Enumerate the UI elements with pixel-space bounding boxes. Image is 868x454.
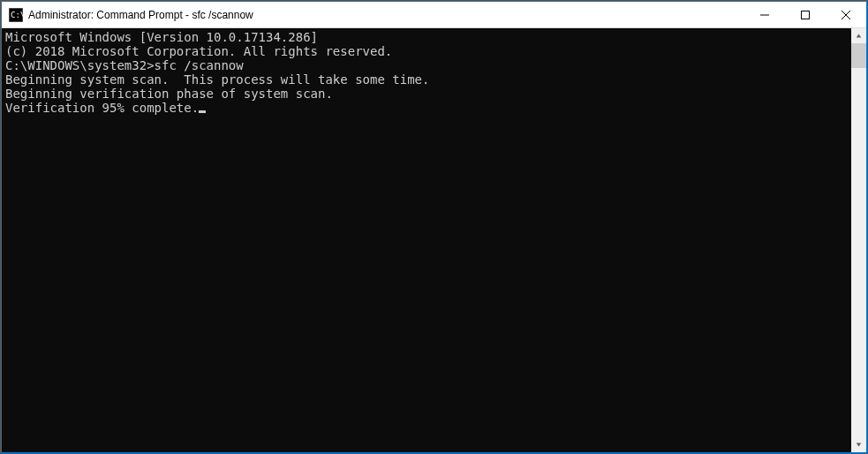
window-title: Administrator: Command Prompt - sfc /sca… [28, 9, 744, 21]
scroll-track[interactable] [851, 43, 866, 437]
svg-rect-3 [802, 11, 810, 19]
console-line: Verification 95% complete. [5, 101, 848, 115]
maximize-button[interactable] [785, 2, 826, 27]
scroll-down-button[interactable] [851, 437, 866, 452]
minimize-button[interactable] [744, 2, 785, 27]
vertical-scrollbar[interactable] [851, 28, 866, 452]
prompt-path: C:\WINDOWS\system32> [5, 58, 155, 72]
svg-marker-7 [857, 443, 862, 446]
cmd-icon: C:\ [9, 8, 23, 22]
console-line: Beginning verification phase of system s… [5, 87, 848, 101]
svg-marker-6 [857, 34, 862, 37]
svg-text:C:\: C:\ [11, 11, 23, 19]
console-output[interactable]: Microsoft Windows [Version 10.0.17134.28… [2, 28, 851, 452]
titlebar[interactable]: C:\ Administrator: Command Prompt - sfc … [2, 2, 866, 28]
close-button[interactable] [826, 2, 866, 27]
scroll-thumb[interactable] [851, 43, 866, 68]
window-controls [744, 2, 866, 27]
command-prompt-window: C:\ Administrator: Command Prompt - sfc … [1, 1, 867, 453]
console-line: Beginning system scan. This process will… [5, 72, 848, 87]
verification-status: Verification 95% complete. [5, 101, 199, 115]
scroll-up-button[interactable] [851, 28, 866, 43]
console-area: Microsoft Windows [Version 10.0.17134.28… [2, 28, 866, 452]
console-prompt-line: C:\WINDOWS\system32>sfc /scannow [5, 58, 848, 72]
cursor-icon [199, 110, 206, 113]
console-line: (c) 2018 Microsoft Corporation. All righ… [5, 44, 848, 58]
prompt-command: sfc /scannow [155, 58, 244, 72]
console-line: Microsoft Windows [Version 10.0.17134.28… [5, 30, 848, 44]
